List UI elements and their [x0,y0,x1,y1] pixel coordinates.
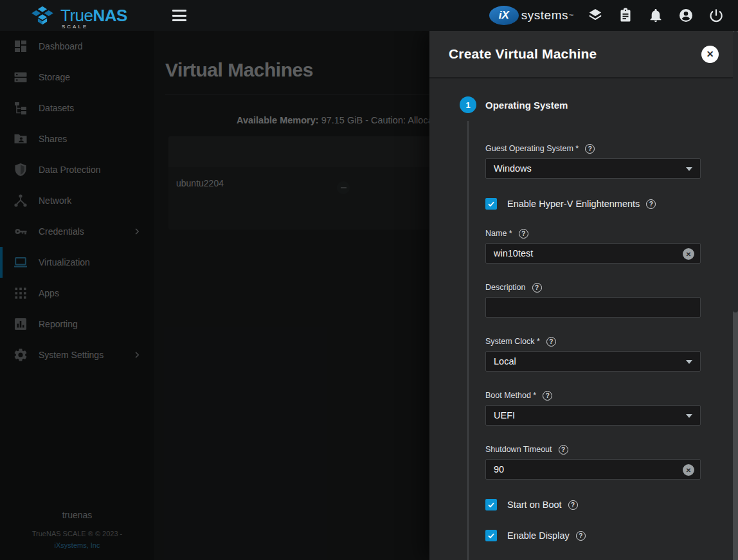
help-icon[interactable]: ? [646,199,656,209]
input-value: win10test [494,248,533,258]
notifications-button[interactable] [648,8,663,23]
shutdown-timeout-input[interactable]: 90✕ [485,459,701,480]
help-icon[interactable]: ? [543,391,552,401]
stepper-step-1[interactable]: 1 Operating System [460,96,738,113]
step-label: Operating System [485,100,568,111]
scrollbar-thumb[interactable] [733,31,738,312]
truecommand-button[interactable] [588,8,603,23]
checkbox-label: Enable Hyper-V Enlightenments [507,199,640,209]
power-button[interactable] [708,8,724,23]
input-value: 90 [494,464,504,474]
field-description: Description? [485,283,701,318]
help-icon[interactable]: ? [519,229,528,239]
clear-icon[interactable]: ✕ [683,248,694,260]
field-boot-method: Boot Method *?UEFI [485,391,701,426]
truecommand-icon [588,8,603,23]
panel-header: Create Virtual Machine ✕ [429,31,738,78]
select-value: Windows [494,163,532,174]
system-clock-select[interactable]: Local [485,351,701,372]
clear-icon[interactable]: ✕ [683,464,694,476]
chevron-down-icon [686,414,692,418]
close-button[interactable]: ✕ [701,46,719,63]
power-icon [708,8,724,23]
description-input[interactable] [485,297,701,318]
step-number-badge: 1 [460,96,476,113]
hamburger-icon [172,10,186,12]
operating-system-form: Guest Operating System *?WindowsEnable H… [485,144,701,541]
select-value: UEFI [494,410,515,420]
field-label: Guest Operating System * [485,144,579,153]
help-icon[interactable]: ? [576,531,586,541]
field-label: Shutdown Timeout [485,445,552,454]
topbar-icons [588,8,724,23]
panel-body: 1 Operating System Guest Operating Syste… [429,80,738,560]
close-icon: ✕ [706,49,714,59]
account-icon [678,8,694,23]
field-start-on-boot: Start on Boot? [485,499,701,510]
panel-scrollbar[interactable] [733,31,738,560]
name-input[interactable]: win10test✕ [485,243,701,264]
brand-scale-label: SCALE [62,24,88,30]
field-label: System Clock * [485,337,540,346]
checkbox[interactable] [485,530,497,541]
checkbox-label: Enable Display [507,530,570,541]
help-icon[interactable]: ? [559,445,568,455]
checkbox[interactable] [485,499,497,510]
field-enable-display: Enable Display? [485,530,701,541]
topbar-right: iX systems ™ [489,6,738,25]
field-guest-operating-system: Guest Operating System *?Windows [485,144,701,179]
help-icon[interactable]: ? [546,337,556,347]
boot-method-select[interactable]: UEFI [485,405,701,426]
field-label: Description [485,283,526,292]
help-icon[interactable]: ? [532,283,542,293]
ix-mark-icon: iX [489,6,519,25]
checkbox[interactable] [485,198,497,210]
field-label: Name * [485,229,512,238]
account-button[interactable] [678,8,694,23]
stepper-connector [467,121,469,560]
notifications-icon [648,8,663,23]
help-icon[interactable]: ? [568,500,578,510]
field-enable-hyper-v-enlightenments: Enable Hyper-V Enlightenments? [485,198,701,210]
jobs-icon [618,8,633,23]
topbar: TrueNAS SCALE iX systems ™ [0,0,738,31]
field-label: Boot Method * [485,391,536,400]
chevron-down-icon [686,360,692,364]
field-name: Name *?win10test✕ [485,229,701,264]
field-shutdown-timeout: Shutdown Timeout?90✕ [485,445,701,480]
truenas-logo-icon [30,5,55,26]
ixsystems-logo: iX systems ™ [489,6,573,25]
chevron-down-icon [686,167,692,171]
menu-button[interactable] [171,9,188,22]
truenas-app: TrueNAS SCALE iX systems ™ Dashboard [0,0,738,560]
truenas-brand: TrueNAS SCALE [0,0,154,31]
checkbox-label: Start on Boot [507,500,562,510]
help-icon[interactable]: ? [585,144,595,154]
brand-wordmark: TrueNAS SCALE [60,7,127,24]
select-value: Local [494,356,516,366]
panel-title: Create Virtual Machine [449,46,597,62]
field-system-clock: System Clock *?Local [485,337,701,372]
jobs-button[interactable] [618,8,633,23]
guest-operating-system-select[interactable]: Windows [485,158,701,179]
create-vm-panel: Create Virtual Machine ✕ 1 Operating Sys… [429,31,738,560]
